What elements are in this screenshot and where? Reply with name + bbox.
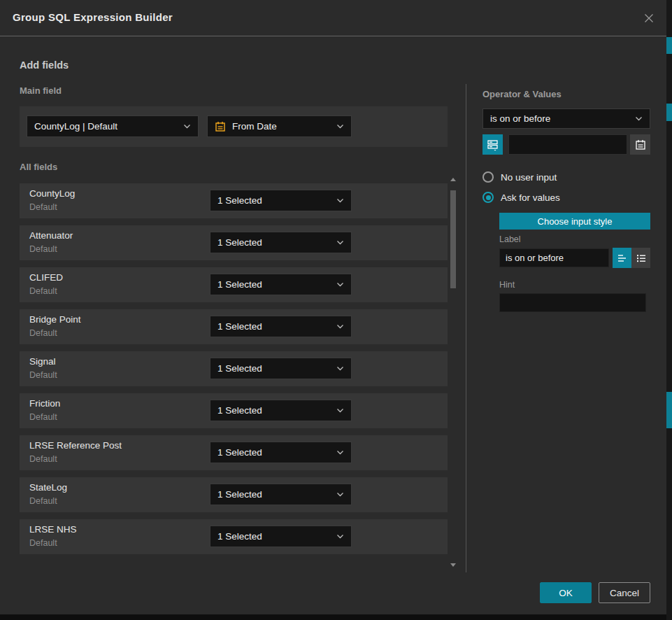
calendar-icon bbox=[215, 121, 226, 132]
field-name: LRSE Reference Post bbox=[29, 440, 122, 451]
field-values-select-value: 1 Selected bbox=[217, 447, 262, 458]
chevron-down-icon bbox=[336, 282, 344, 287]
bulleted-list-icon bbox=[636, 253, 647, 264]
field-name: Signal bbox=[29, 356, 56, 367]
background-accent-fragment bbox=[666, 37, 672, 54]
layer-select[interactable]: CountyLog | Default bbox=[27, 115, 199, 137]
close-button[interactable] bbox=[640, 9, 658, 27]
group-sql-expression-builder-dialog: Group SQL Expression Builder Add fields … bbox=[0, 0, 666, 614]
field-sublabel: Default bbox=[29, 286, 57, 296]
field-values-select[interactable]: 1 Selected bbox=[210, 274, 352, 295]
field-values-select[interactable]: 1 Selected bbox=[210, 442, 352, 463]
chevron-down-icon bbox=[336, 534, 344, 539]
field-name: Attenuator bbox=[29, 230, 73, 241]
background-edge-strip bbox=[666, 0, 672, 620]
field-sublabel: Default bbox=[29, 412, 57, 422]
field-values-select[interactable]: 1 Selected bbox=[210, 190, 352, 211]
radio-no-user-input-label: No user input bbox=[501, 172, 557, 183]
field-row: AttenuatorDefault1 Selected bbox=[20, 225, 448, 260]
radio-selected-icon bbox=[482, 192, 494, 203]
stacked-input-rows-icon bbox=[487, 139, 499, 151]
field-row: SignalDefault1 Selected bbox=[20, 351, 448, 386]
field-values-select[interactable]: 1 Selected bbox=[210, 526, 352, 547]
field-name: CountyLog bbox=[29, 188, 75, 199]
field-name: Bridge Point bbox=[29, 314, 81, 325]
hint-field-label: Hint bbox=[499, 280, 515, 290]
field-row: CountyLogDefault1 Selected bbox=[20, 183, 448, 218]
label-input[interactable] bbox=[499, 248, 609, 267]
hint-input[interactable] bbox=[499, 293, 646, 312]
chevron-down-icon bbox=[336, 198, 344, 203]
field-sublabel: Default bbox=[29, 370, 57, 380]
field-sublabel: Default bbox=[29, 454, 57, 464]
field-values-select-value: 1 Selected bbox=[217, 405, 262, 416]
field-sublabel: Default bbox=[29, 328, 57, 338]
field-row: Bridge PointDefault1 Selected bbox=[20, 309, 448, 344]
field-values-select[interactable]: 1 Selected bbox=[210, 400, 352, 421]
radio-circle-icon bbox=[482, 171, 494, 183]
date-picker-button[interactable] bbox=[630, 134, 650, 155]
label-field-label: Label bbox=[499, 234, 521, 244]
scrollbar-up-arrow-icon[interactable] bbox=[450, 178, 456, 181]
main-field-box: CountyLog | Default From Date bbox=[20, 106, 448, 147]
field-values-select[interactable]: 1 Selected bbox=[210, 316, 352, 337]
operator-select-value: is on or before bbox=[490, 113, 550, 124]
vertical-divider bbox=[466, 84, 466, 572]
field-values-select[interactable]: 1 Selected bbox=[210, 358, 352, 379]
layer-select-value: CountyLog | Default bbox=[34, 121, 117, 132]
all-fields-label: All fields bbox=[20, 162, 57, 172]
chevron-down-icon bbox=[183, 124, 191, 129]
scrollbar-thumb[interactable] bbox=[450, 190, 456, 288]
field-row: LRSE NHSDefault1 Selected bbox=[20, 519, 448, 554]
radio-no-user-input[interactable]: No user input bbox=[482, 171, 557, 183]
ok-button[interactable]: OK bbox=[540, 582, 592, 603]
chevron-down-icon bbox=[336, 366, 344, 371]
field-values-select[interactable]: 1 Selected bbox=[210, 484, 352, 505]
chevron-down-icon bbox=[336, 450, 344, 455]
main-field-select[interactable]: From Date bbox=[207, 115, 352, 137]
dialog-title: Group SQL Expression Builder bbox=[13, 11, 173, 23]
close-icon bbox=[643, 13, 655, 24]
scrollbar-down-arrow-icon[interactable] bbox=[450, 563, 456, 567]
field-values-select[interactable]: 1 Selected bbox=[210, 232, 352, 253]
field-row: CLIFEDDefault1 Selected bbox=[20, 267, 448, 302]
background-accent-fragment bbox=[666, 392, 672, 428]
field-values-select-value: 1 Selected bbox=[217, 195, 262, 206]
choose-input-style-button[interactable]: Choose input style bbox=[499, 213, 650, 230]
chevron-down-icon bbox=[336, 240, 344, 245]
input-style-list-button[interactable] bbox=[631, 248, 650, 268]
field-values-select-value: 1 Selected bbox=[217, 321, 262, 332]
list-scrollbar[interactable] bbox=[450, 178, 456, 567]
value-input[interactable] bbox=[508, 134, 627, 155]
background-accent-fragment bbox=[666, 104, 672, 121]
field-name: LRSE NHS bbox=[29, 524, 77, 535]
add-fields-title: Add fields bbox=[20, 59, 69, 71]
radio-ask-for-values[interactable]: Ask for values bbox=[482, 192, 560, 203]
dialog-header: Group SQL Expression Builder bbox=[0, 0, 666, 36]
chevron-down-icon bbox=[336, 492, 344, 497]
field-sublabel: Default bbox=[29, 202, 57, 212]
field-row: LRSE Reference PostDefault1 Selected bbox=[20, 435, 448, 470]
cancel-button[interactable]: Cancel bbox=[599, 582, 650, 603]
field-row: FrictionDefault1 Selected bbox=[20, 393, 448, 428]
main-field-label: Main field bbox=[20, 85, 62, 96]
operator-values-label: Operator & Values bbox=[482, 89, 562, 99]
input-style-single-button[interactable] bbox=[613, 248, 631, 268]
radio-ask-for-values-label: Ask for values bbox=[501, 192, 560, 203]
field-name: Friction bbox=[29, 398, 60, 409]
all-fields-list: CountyLogDefault1 SelectedAttenuatorDefa… bbox=[20, 183, 448, 554]
operator-select[interactable]: is on or before bbox=[482, 108, 650, 129]
calendar-icon bbox=[635, 139, 646, 150]
field-row: StateLogDefault1 Selected bbox=[20, 477, 448, 512]
field-values-select-value: 1 Selected bbox=[217, 237, 262, 248]
field-values-select-value: 1 Selected bbox=[217, 363, 262, 374]
field-sublabel: Default bbox=[29, 496, 57, 506]
field-name: StateLog bbox=[29, 482, 67, 493]
field-sublabel: Default bbox=[29, 244, 57, 254]
field-values-select-value: 1 Selected bbox=[217, 531, 262, 542]
field-name: CLIFED bbox=[29, 272, 63, 283]
chevron-down-icon bbox=[635, 116, 643, 121]
value-input-type-button[interactable] bbox=[482, 134, 503, 155]
align-left-lines-icon bbox=[617, 253, 628, 264]
field-values-select-value: 1 Selected bbox=[217, 489, 262, 500]
